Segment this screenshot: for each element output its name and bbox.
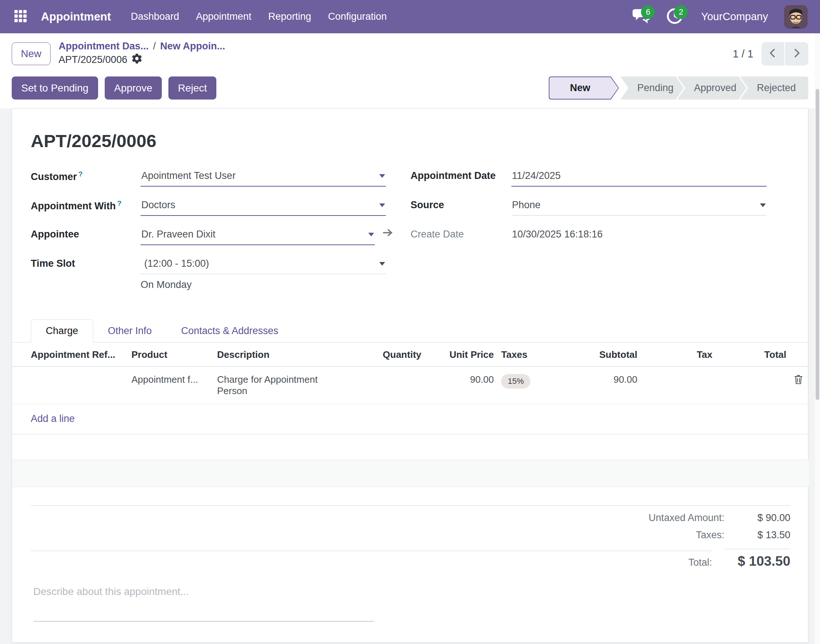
breadcrumb-separator: / (153, 41, 156, 52)
cell-appointment-ref[interactable] (12, 366, 128, 404)
user-avatar[interactable] (784, 5, 808, 29)
breadcrumb: Appointment Das... / New Appoin... APT/2… (58, 41, 225, 67)
record-actions-button[interactable] (131, 53, 143, 67)
appointee-field[interactable]: Dr. Praveen Dixit (141, 227, 375, 245)
nav-item-dashboard[interactable]: Dashboard (129, 7, 181, 26)
form-view: APT/2025/0006 Customer? Apointment Test … (0, 108, 820, 642)
tab-charge[interactable]: Charge (31, 319, 93, 342)
appointment-with-help-icon[interactable]: ? (117, 199, 121, 207)
status-step-new[interactable]: New (549, 77, 619, 100)
cell-quantity[interactable] (333, 366, 423, 404)
activities-menu-button[interactable]: 2 (665, 6, 685, 27)
nav-item-appointment[interactable]: Appointment (193, 7, 254, 26)
col-subtotal[interactable]: Subtotal (584, 342, 639, 366)
company-switcher[interactable]: YourCompany (701, 11, 768, 23)
taxes-label: Taxes: (31, 529, 725, 541)
new-record-button[interactable]: New (12, 43, 51, 65)
pager-next-button[interactable] (785, 42, 808, 66)
nav-item-reporting[interactable]: Reporting (266, 7, 313, 26)
control-panel: New Appointment Das... / New Appoin... A… (0, 33, 820, 108)
status-step-pending[interactable]: Pending (620, 77, 684, 100)
empty-row (12, 434, 809, 460)
nav-item-configuration[interactable]: Configuration (326, 7, 389, 26)
breadcrumb-active-record: APT/2025/0006 (58, 54, 127, 66)
messages-menu-button[interactable]: 6 (631, 6, 652, 27)
app-title[interactable]: Appointment (41, 10, 111, 23)
tab-other-info[interactable]: Other Info (93, 319, 167, 342)
col-taxes[interactable]: Taxes (496, 342, 584, 366)
cell-delete (788, 366, 809, 404)
top-navbar: Appointment Dashboard Appointment Report… (0, 0, 820, 33)
charge-lines-table: Appointment Ref... Product Description Q… (12, 342, 809, 487)
totals-panel: Untaxed Amount: $ 90.00 Taxes: $ 13.50 T… (31, 505, 790, 569)
taxes-badge[interactable]: 15% (501, 374, 530, 389)
col-tax[interactable]: Tax (639, 342, 714, 366)
source-field[interactable]: Phone (511, 197, 766, 216)
caret-down-icon (368, 233, 374, 236)
appointment-with-field[interactable]: Doctors (141, 197, 386, 216)
appointment-date-label: Appointment Date (411, 168, 511, 181)
table-row[interactable]: Appointment f... Charge for Appointment … (12, 366, 809, 404)
col-delete (788, 342, 809, 366)
status-step-approved[interactable]: Approved (677, 77, 747, 100)
page-title: APT/2025/0006 (31, 130, 790, 151)
add-line-row: Add a line (12, 404, 809, 434)
pager-previous-button[interactable] (762, 42, 785, 66)
col-total[interactable]: Total (714, 342, 788, 366)
untaxed-amount-label: Untaxed Amount: (31, 512, 725, 524)
breadcrumb-parent-link[interactable]: Appointment Das... (58, 41, 149, 52)
appointee-label: Appointee (31, 227, 141, 240)
customer-label: Customer? (31, 168, 141, 182)
messages-badge: 6 (641, 5, 655, 19)
scrollbar-thumb[interactable] (815, 89, 819, 400)
col-quantity[interactable]: Quantity (333, 342, 423, 366)
add-a-line-link[interactable]: Add a line (31, 413, 75, 424)
col-appointment-ref[interactable]: Appointment Ref... (12, 342, 128, 366)
empty-row (12, 460, 809, 487)
time-slot-label: Time Slot (31, 256, 141, 269)
cell-subtotal: 90.00 (584, 366, 639, 404)
time-slot-note: On Monday (141, 279, 386, 291)
col-description[interactable]: Description (211, 342, 333, 366)
create-date-label: Create Date (411, 227, 511, 240)
vertical-scrollbar[interactable] (815, 33, 820, 644)
total-value: $ 103.50 (725, 549, 790, 569)
cell-tax (639, 366, 714, 404)
cell-description[interactable]: Charge for Appointment Person (211, 366, 333, 404)
untaxed-amount-value: $ 90.00 (725, 512, 790, 524)
grid-icon (13, 9, 28, 25)
col-unit-price[interactable]: Unit Price (423, 342, 496, 366)
caret-down-icon (379, 204, 385, 207)
cell-product[interactable]: Appointment f... (128, 366, 211, 404)
status-step-rejected[interactable]: Rejected (740, 77, 808, 100)
col-product[interactable]: Product (128, 342, 211, 366)
total-label: Total: (31, 551, 712, 568)
appointment-notes-input[interactable]: Describe about this appointment... (33, 586, 374, 622)
customer-field[interactable]: Apointment Test User (141, 168, 386, 187)
form-sheet: APT/2025/0006 Customer? Apointment Test … (12, 108, 808, 642)
reject-button[interactable]: Reject (168, 77, 217, 100)
table-header-row: Appointment Ref... Product Description Q… (12, 342, 809, 366)
arrow-right-icon (381, 227, 394, 241)
caret-down-icon (379, 262, 385, 266)
cell-total (714, 366, 788, 404)
notes-section: Describe about this appointment... (33, 586, 790, 622)
chevron-left-icon (767, 48, 778, 60)
apps-menu-button[interactable] (12, 9, 29, 25)
appointment-date-field[interactable]: 11/24/2025 (511, 168, 766, 187)
caret-down-icon (760, 204, 766, 207)
approve-button[interactable]: Approve (105, 77, 162, 100)
cell-taxes[interactable]: 15% (496, 366, 584, 404)
notes-placeholder: Describe about this appointment... (33, 586, 189, 597)
cell-unit-price[interactable]: 90.00 (423, 366, 496, 404)
trash-icon[interactable] (793, 376, 803, 387)
activities-badge: 2 (674, 5, 688, 19)
time-slot-field[interactable]: (12:00 - 15:00) (141, 256, 386, 274)
set-to-pending-button[interactable]: Set to Pending (12, 77, 98, 100)
gear-icon (131, 53, 143, 67)
customer-help-icon[interactable]: ? (78, 170, 83, 178)
source-label: Source (411, 197, 511, 211)
breadcrumb-previous-link[interactable]: New Appoin... (160, 41, 226, 52)
tab-contacts-addresses[interactable]: Contacts & Addresses (167, 319, 293, 342)
appointee-internal-link-button[interactable] (381, 227, 394, 241)
